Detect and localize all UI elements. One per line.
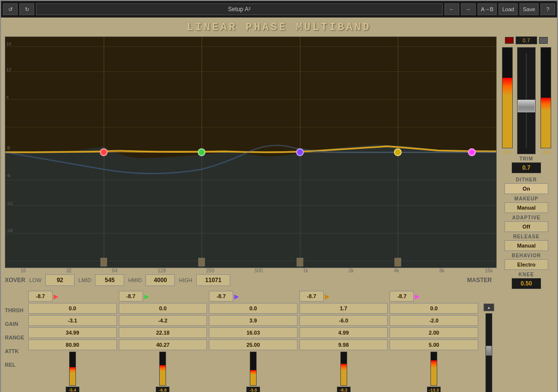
- fader-handle[interactable]: [518, 100, 535, 112]
- release-button[interactable]: Manual: [504, 240, 548, 251]
- band-column-5: -8.7▶0.0-2.02.005.00-13.3SByp: [390, 291, 478, 392]
- band5-thrsh[interactable]: -8.7: [390, 291, 414, 302]
- low-label: LOW: [29, 277, 41, 283]
- band3-dot[interactable]: [296, 148, 304, 156]
- behavior-button[interactable]: Electro: [504, 259, 548, 270]
- range-row-label: RANGE: [5, 331, 26, 344]
- knee-value[interactable]: 0.50: [512, 278, 541, 289]
- band5-attk[interactable]: 2.00: [390, 327, 478, 338]
- ab-button[interactable]: A→B: [478, 3, 497, 15]
- band4-dot[interactable]: [394, 148, 402, 156]
- adaptive-button[interactable]: Off: [504, 221, 548, 232]
- redo-button[interactable]: ↻: [19, 3, 34, 15]
- freq-label-16: 16: [20, 268, 26, 273]
- band4-arrow-icon: ▶: [325, 293, 330, 300]
- band2-dot[interactable]: [198, 148, 205, 156]
- thrsh-row-label: THRSH: [5, 303, 26, 317]
- band2-gain-label: -6.8: [156, 387, 169, 392]
- master-up-btn[interactable]: ▲: [484, 303, 494, 311]
- band3-range[interactable]: 3.9: [209, 315, 298, 326]
- lmid-label: LMID: [78, 277, 91, 283]
- xover-label: XOVER: [5, 277, 25, 284]
- freq-label-16k: 16k: [485, 268, 493, 273]
- band4-range[interactable]: -6.0: [299, 315, 388, 326]
- band1-gain[interactable]: 0.0: [28, 303, 117, 314]
- help-button[interactable]: ?: [540, 3, 555, 15]
- rel-row-label: REL: [5, 358, 26, 372]
- knee-section: KNEE 0.50: [500, 272, 553, 289]
- right-meter-val: -1.2: [542, 149, 550, 154]
- band5-range[interactable]: -2.0: [390, 315, 478, 326]
- band1-dot[interactable]: [100, 148, 108, 156]
- master-column: ▲ ▼: [480, 291, 498, 392]
- behavior-label: BEHAVIOR: [512, 253, 541, 258]
- eq-display[interactable]: 18 12 6 0 -6 -12 -18: [5, 36, 497, 268]
- band1-attk[interactable]: 34.99: [28, 327, 117, 338]
- band4-gain[interactable]: 1.7: [299, 303, 388, 314]
- freq-label-32: 32: [66, 268, 72, 273]
- band-column-3: -8.7▶0.03.916.0325.00-3.8SByp: [209, 291, 298, 392]
- xover-row: XOVER LOW LMID HMID HIGH MASTER: [5, 274, 497, 286]
- band2-attk[interactable]: 22.18: [119, 327, 207, 338]
- back-button[interactable]: ←: [445, 3, 459, 15]
- clip-btn-left[interactable]: [505, 37, 514, 44]
- master-fader[interactable]: [517, 47, 536, 154]
- band1-range[interactable]: -3.1: [28, 315, 117, 326]
- band4-thrsh[interactable]: -8.7: [299, 291, 324, 302]
- dither-button[interactable]: On: [504, 183, 548, 194]
- band3-gain-label: -3.8: [246, 387, 260, 392]
- clip-btn-right[interactable]: [539, 37, 548, 44]
- band4-attk[interactable]: 4.99: [299, 327, 388, 338]
- band1-meter: [69, 352, 76, 386]
- band3-thrsh[interactable]: -8.7: [209, 291, 233, 302]
- band1-rel[interactable]: 80.90: [28, 339, 117, 350]
- makeup-label: MAKEUP: [514, 196, 538, 201]
- high-freq-input[interactable]: [196, 274, 230, 286]
- master-label: MASTER: [467, 277, 492, 284]
- master-vert-handle[interactable]: [486, 346, 492, 356]
- setup-display: Setup A²: [36, 3, 443, 15]
- band2-thrsh[interactable]: -8.7: [119, 291, 143, 302]
- band5-dot[interactable]: [468, 148, 476, 156]
- xover-handle-2[interactable]: [198, 258, 205, 267]
- xover-handle-1[interactable]: [100, 258, 107, 267]
- band-column-2: -8.7▶0.0-4.222.1840.27-6.8SByp: [119, 291, 207, 392]
- band5-arrow-icon: ▶: [415, 293, 420, 300]
- adaptive-label: ADAPTIVE: [512, 215, 541, 220]
- low-freq-input[interactable]: [45, 274, 74, 286]
- save-button[interactable]: Save: [520, 3, 539, 15]
- band3-rel[interactable]: 25.00: [209, 339, 298, 350]
- release-label: RELEASE: [513, 234, 539, 239]
- eq-curve-svg: [5, 37, 496, 267]
- makeup-section: MAKEUP Manual: [500, 196, 553, 213]
- trim-value[interactable]: 0.7: [512, 162, 541, 173]
- band3-gain[interactable]: 0.0: [209, 303, 298, 314]
- band5-gain[interactable]: 0.0: [390, 303, 478, 314]
- xover-handle-4[interactable]: [394, 258, 401, 267]
- band1-arrow-icon: ▶: [54, 293, 58, 300]
- main-content: LINEAR PHASE MULTIBAND: [1, 18, 557, 392]
- freq-label-1k: 1k: [303, 268, 308, 273]
- band3-attk[interactable]: 16.03: [209, 327, 298, 338]
- lmid-freq-input[interactable]: [95, 274, 124, 286]
- hmid-label: HMID: [128, 277, 142, 283]
- band2-range[interactable]: -4.2: [119, 315, 207, 326]
- undo-button[interactable]: ↺: [3, 3, 18, 15]
- master-fader-vert[interactable]: [485, 313, 492, 392]
- band2-gain[interactable]: 0.0: [119, 303, 207, 314]
- left-meter-val: -0.7: [503, 149, 511, 154]
- makeup-button[interactable]: Manual: [504, 202, 548, 213]
- xover-handle-3[interactable]: [297, 258, 303, 267]
- right-panel: 0.7 -0.7: [500, 36, 553, 289]
- freq-axis: 16 32 64 128 250 500 1k 2k 4k 8k 16k: [5, 268, 497, 273]
- band1-thrsh[interactable]: -8.7: [28, 291, 53, 302]
- hmid-freq-input[interactable]: [146, 274, 175, 286]
- freq-label-2k: 2k: [349, 268, 354, 273]
- load-button[interactable]: Load: [499, 3, 517, 15]
- freq-label-64: 64: [112, 268, 117, 273]
- band2-arrow-icon: ▶: [144, 293, 149, 300]
- forward-button[interactable]: →: [461, 3, 476, 15]
- band4-rel[interactable]: 9.98: [299, 339, 388, 350]
- band5-rel[interactable]: 5.00: [390, 339, 478, 350]
- band2-rel[interactable]: 40.27: [119, 339, 207, 350]
